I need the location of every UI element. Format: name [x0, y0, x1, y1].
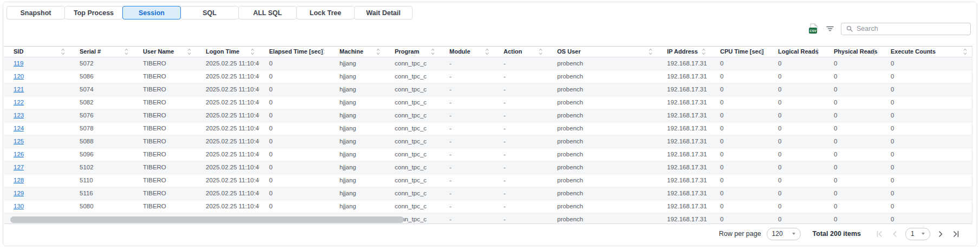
sort-icon[interactable] [251, 48, 254, 55]
sid-link[interactable]: 124 [14, 125, 24, 131]
table-cell: TIBERO [133, 135, 196, 148]
table-cell: TIBERO [133, 83, 196, 96]
sort-icon[interactable] [649, 48, 652, 55]
column-header[interactable]: Module [440, 47, 494, 57]
table-cell: - [494, 122, 547, 135]
sid-link[interactable]: 121 [14, 86, 24, 93]
table-row: 1305080TIBERO2025.02.25 11:10:460hjjangc… [4, 200, 972, 213]
sort-icon[interactable] [187, 48, 191, 55]
next-page-button[interactable] [937, 229, 945, 238]
sid-link[interactable]: 125 [14, 138, 24, 144]
column-header[interactable]: CPU Time [sec] [710, 47, 768, 57]
tab-session[interactable]: Session [122, 6, 181, 19]
first-page-button[interactable] [875, 229, 884, 238]
sort-icon[interactable] [872, 48, 876, 55]
column-header[interactable]: Program [385, 47, 440, 57]
table-cell: 5080 [70, 200, 133, 213]
sort-icon[interactable] [539, 48, 543, 55]
table-cell: TIBERO [133, 161, 196, 174]
table-cell: - [494, 109, 547, 122]
table-cell: conn_tpc_c [385, 187, 440, 200]
sort-icon[interactable] [431, 48, 435, 55]
sort-icon[interactable] [702, 48, 705, 55]
search-input[interactable] [857, 25, 966, 32]
column-header[interactable]: Logon Time [196, 47, 259, 57]
sort-icon[interactable] [963, 48, 967, 55]
table-cell: 2025.02.25 11:10:46 [196, 96, 259, 109]
sort-icon[interactable] [376, 48, 380, 55]
prev-page-button[interactable] [890, 229, 899, 238]
table-cell: 192.168.17.31 [657, 70, 710, 83]
table-cell: - [494, 174, 547, 187]
column-header[interactable]: Physical Reads [824, 47, 881, 57]
sort-icon[interactable] [61, 48, 65, 55]
table-cell: TIBERO [133, 148, 196, 161]
table-cell: 192.168.17.31 [657, 135, 710, 148]
tab-snapshot[interactable]: Snapshot [6, 6, 65, 19]
table-cell: 0 [259, 200, 330, 213]
sort-icon[interactable] [760, 48, 763, 55]
column-header[interactable]: Logical Reads [768, 47, 824, 57]
column-header[interactable]: Action [494, 47, 547, 57]
column-header[interactable]: Serial # [70, 47, 133, 57]
sid-cell: 120 [4, 70, 70, 83]
column-header[interactable]: Elapsed Time [sec] [259, 47, 330, 57]
export-csv-button[interactable]: CSV [807, 23, 819, 35]
filter-icon [826, 25, 834, 32]
sid-link[interactable]: 123 [14, 112, 24, 119]
sid-link[interactable]: 122 [14, 99, 24, 106]
table-cell: 2025.02.25 11:10:46 [196, 83, 259, 96]
table-cell: TIBERO [133, 70, 196, 83]
column-header[interactable]: User Name [133, 47, 196, 57]
table-cell: conn_tpc_c [385, 161, 440, 174]
table-cell: 5096 [70, 148, 133, 161]
table-cell: 2025.02.25 11:10:46 [196, 187, 259, 200]
tab-lock-tree[interactable]: Lock Tree [296, 6, 355, 19]
sid-link[interactable]: 129 [14, 190, 24, 196]
table-cell: conn_tpc_c [385, 122, 440, 135]
column-header[interactable]: Machine [330, 47, 385, 57]
table-cell: TIBERO [133, 187, 196, 200]
table-cell: 0 [768, 187, 824, 200]
table-cell: 0 [881, 187, 972, 200]
current-page-value: 1 [911, 230, 914, 238]
last-page-button[interactable] [952, 229, 961, 238]
column-header-label: Physical Reads [834, 48, 878, 55]
table-cell: 5086 [70, 70, 133, 83]
search-box [841, 23, 971, 35]
sid-link[interactable]: 126 [14, 151, 24, 157]
tab-all-sql[interactable]: ALL SQL [238, 6, 297, 19]
table-cell: 0 [259, 83, 330, 96]
table-cell: 0 [710, 148, 768, 161]
rows-per-page-select[interactable]: 120 [767, 228, 801, 240]
table-cell: 0 [768, 83, 824, 96]
column-header[interactable]: IP Address [657, 47, 710, 57]
table-cell: - [440, 213, 494, 224]
sort-icon[interactable] [321, 48, 325, 55]
sid-link[interactable]: 130 [14, 203, 24, 209]
column-header[interactable]: Execute Counts [881, 47, 972, 57]
column-header-label: Program [395, 48, 419, 55]
sid-link[interactable]: 119 [14, 60, 23, 67]
column-header[interactable]: SID [4, 47, 70, 57]
table-cell: 0 [881, 109, 972, 122]
tab-wait-detail[interactable]: Wait Detail [354, 6, 413, 19]
sort-icon[interactable] [815, 48, 819, 55]
sort-icon[interactable] [125, 48, 128, 55]
sid-link[interactable]: 128 [14, 177, 24, 183]
sid-link[interactable]: 127 [14, 164, 24, 170]
table-cell: 0 [824, 96, 881, 109]
table-cell: 5076 [70, 109, 133, 122]
horizontal-scrollbar[interactable] [10, 216, 404, 223]
tab-sql[interactable]: SQL [180, 6, 239, 19]
filter-button[interactable] [824, 23, 836, 35]
table-row: 1255088TIBERO2025.02.25 11:10:460hjjangc… [4, 135, 972, 148]
sid-link[interactable]: 120 [14, 73, 24, 80]
column-header[interactable]: OS User [547, 47, 657, 57]
sort-icon[interactable] [485, 48, 489, 55]
table-cell: 0 [710, 83, 768, 96]
tab-top-process[interactable]: Top Process [64, 6, 123, 19]
table-cell: 0 [881, 174, 972, 187]
current-page-select[interactable]: 1 [905, 228, 930, 240]
table-cell: 2025.02.25 11:10:46 [196, 70, 259, 83]
